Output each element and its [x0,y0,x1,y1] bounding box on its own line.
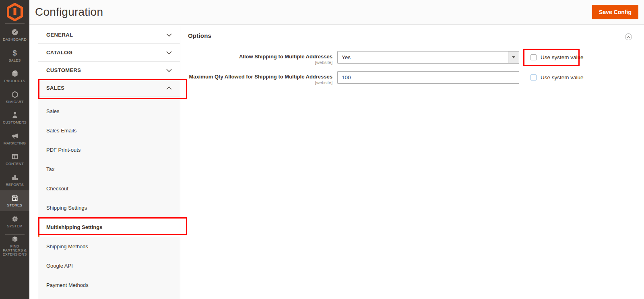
select-value: Yes [338,54,351,60]
dashboard-icon [11,28,19,36]
sidebar-item-label: SALES [8,58,21,62]
nav-item-google-api[interactable]: Google API [38,256,180,275]
caret-down-icon [512,56,515,58]
use-system-value-toggle-1[interactable]: Use system value [530,51,584,64]
sidebar-item-label: FIND PARTNERS & EXTENSIONS [0,244,29,256]
options-section-title: Options [188,32,211,39]
field-label: Maximum Qty Allowed for Shipping to Mult… [188,74,332,80]
sales-subsection-list: Sales Sales Emails PDF Print-outs Tax Ch… [38,97,180,295]
page-title: Configuration [35,6,103,19]
nav-item-payment-methods[interactable]: Payment Methods [38,275,180,295]
config-section-catalog[interactable]: CATALOG [38,44,180,62]
sidebar-item-label: MARKETING [3,141,27,145]
layout-icon [11,153,19,161]
field-label: Allow Shipping to Multiple Addresses [188,54,332,60]
magento-logo[interactable] [0,0,29,21]
sidebar-item-content[interactable]: CONTENT [0,149,29,170]
collapse-section-button[interactable] [625,33,632,40]
config-section-general[interactable]: GENERAL [38,26,180,44]
admin-sidebar: DASHBOARD $ SALES PRODUCTS SIMICART [0,0,29,299]
sidebar-item-sales[interactable]: $ SALES [0,45,29,66]
extensions-icon [11,235,19,243]
sidebar-item-simicart[interactable]: SIMICART [0,87,29,108]
sidebar-divider [5,234,25,235]
magento-logo-icon [7,3,23,21]
field-label-block: Maximum Qty Allowed for Shipping to Mult… [188,71,332,85]
sidebar-item-system[interactable]: SYSTEM [0,211,29,232]
field-scope-note: [website] [188,60,332,65]
section-label: GENERAL [46,32,73,38]
bar-chart-icon [11,173,19,181]
sidebar-item-customers[interactable]: CUSTOMERS [0,107,29,128]
sidebar-item-stores[interactable]: STORES [0,190,29,211]
megaphone-icon [11,132,19,140]
use-system-label[interactable]: Use system value [541,54,584,60]
config-nav-panel: GENERAL CATALOG CUSTOMERS SALES Sales [38,26,180,299]
nav-item-checkout[interactable]: Checkout [38,179,180,198]
nav-item-sales[interactable]: Sales [38,101,180,121]
storefront-icon [11,194,19,202]
gear-icon [11,215,19,223]
nav-item-multishipping-settings[interactable]: Multishipping Settings [38,217,180,237]
nav-item-shipping-settings[interactable]: Shipping Settings [38,198,180,217]
field-label-block: Allow Shipping to Multiple Addresses [we… [188,51,332,65]
page-header: Configuration Save Config [29,0,644,25]
hexagon-icon [11,91,19,99]
package-icon [11,70,19,78]
nav-item-sales-emails[interactable]: Sales Emails [38,121,180,140]
use-system-value-toggle-2[interactable]: Use system value [530,71,584,84]
sidebar-divider [5,23,25,24]
sidebar-item-reports[interactable]: REPORTS [0,170,29,191]
sidebar-item-label: CONTENT [5,162,25,166]
use-system-label[interactable]: Use system value [541,74,584,80]
nav-item-tax[interactable]: Tax [38,159,180,179]
max-qty-input[interactable] [337,71,519,84]
use-system-checkbox[interactable] [530,54,537,60]
chevron-up-icon [627,36,630,38]
dollar-icon: $ [12,49,17,57]
field-row-max-qty: Maximum Qty Allowed for Shipping to Mult… [188,71,584,85]
chevron-up-icon [166,87,172,90]
sidebar-item-label: SIMICART [5,100,24,104]
nav-item-pdf-print-outs[interactable]: PDF Print-outs [38,140,180,159]
sidebar-item-marketing[interactable]: MARKETING [0,128,29,149]
magento-admin-page: DASHBOARD $ SALES PRODUCTS SIMICART [0,0,644,299]
config-section-customers[interactable]: CUSTOMERS [38,62,180,79]
person-icon [11,111,19,119]
sidebar-item-label: SYSTEM [6,224,23,228]
sidebar-item-label: DASHBOARD [2,37,27,41]
use-system-checkbox[interactable] [530,74,537,80]
section-label: SALES [46,85,64,91]
sidebar-item-dashboard[interactable]: DASHBOARD [0,25,29,45]
field-scope-note: [website] [188,80,332,85]
sidebar-item-label: PRODUCTS [3,79,26,83]
config-section-sales[interactable]: SALES [38,79,180,97]
sidebar-item-label: STORES [6,203,23,207]
sidebar-item-find-partners[interactable]: FIND PARTNERS & EXTENSIONS [0,235,29,256]
chevron-down-icon [166,33,172,37]
save-config-button[interactable]: Save Config [592,5,638,19]
sidebar-item-label: REPORTS [5,183,25,187]
chevron-down-icon [166,69,172,72]
nav-item-shipping-methods[interactable]: Shipping Methods [38,237,180,256]
chevron-down-icon [166,51,172,54]
sidebar-item-products[interactable]: PRODUCTS [0,66,29,87]
section-label: CUSTOMERS [46,67,81,73]
allow-shipping-select[interactable]: Yes [337,51,519,64]
select-caret-button[interactable] [508,52,519,63]
sidebar-item-label: CUSTOMERS [2,120,27,124]
section-label: CATALOG [46,49,72,56]
field-row-allow-shipping: Allow Shipping to Multiple Addresses [we… [188,51,584,65]
